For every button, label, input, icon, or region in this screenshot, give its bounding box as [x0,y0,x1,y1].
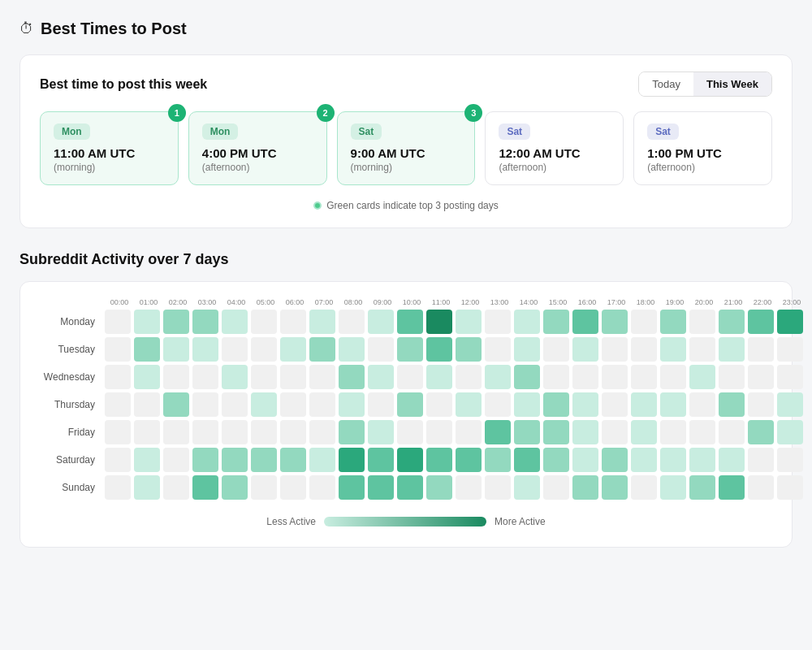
heatmap-row: Friday [40,420,772,444]
hour-label: 10:00 [397,298,426,306]
heatmap-cell [689,337,715,362]
page-header: ⏱ Best Times to Post [19,20,793,38]
heatmap-cell [689,448,715,472]
heatmap-cell [397,337,423,362]
hour-label: 12:00 [456,298,485,306]
this-week-button[interactable]: This Week [693,72,771,96]
heatmap-cell [192,420,218,444]
heatmap-cell [426,420,452,444]
heatmap-cell [572,337,598,362]
heatmap-cell [572,475,598,500]
heatmap-cell [251,420,277,444]
heatmap-cell [572,420,598,444]
heatmap-cell [251,448,277,472]
heatmap-cell [631,475,657,500]
heatmap-cell [748,420,774,444]
heatmap-cell [777,392,803,417]
heatmap-cell [485,448,511,472]
heatmap-cell [280,420,306,444]
heatmap-cell [543,337,569,362]
heatmap-cell [748,448,774,472]
heatmap-cell [719,337,745,362]
heatmap-cell [163,392,189,417]
heatmap-cell [543,365,569,389]
heatmap-cell [192,365,218,389]
heatmap-cell [339,392,365,417]
heatmap-cell [280,337,306,362]
day-tag: Mon [54,124,90,140]
heatmap-cell [134,448,160,472]
heatmap-cell [163,365,189,389]
heatmap-cell [572,310,598,334]
heatmap-cell [251,475,277,500]
heatmap-cell [514,337,540,362]
time-slots-container: 1Mon11:00 AM UTC(morning)2Mon4:00 PM UTC… [40,111,772,185]
hour-label: 08:00 [339,298,368,306]
heatmap-wrap: 00:0001:0002:0003:0004:0005:0006:0007:00… [40,298,772,500]
heatmap-cell [719,365,745,389]
heatmap-cell [105,392,131,417]
heatmap-cell [280,448,306,472]
heatmap-cell [251,392,277,417]
heatmap-cell [631,448,657,472]
hour-label: 23:00 [777,298,806,306]
card-title: Best time to post this week [40,77,207,92]
heatmap-cell [689,365,715,389]
heatmap-row: Saturday [40,448,772,472]
heatmap-cell [339,448,365,472]
heatmap-cell [602,420,628,444]
heatmap-cell [426,448,452,472]
heatmap-cell [456,310,482,334]
heatmap-cell [572,448,598,472]
heatmap-cell [660,337,686,362]
heatmap-cell [397,420,423,444]
hour-label: 11:00 [426,298,456,306]
slot-badge-2: 2 [317,104,335,122]
clock-icon: ⏱ [19,20,34,37]
heatmap-cell [163,310,189,334]
day-label: Friday [40,427,102,438]
legend-dot-icon [313,202,322,210]
heatmap-cell [485,337,511,362]
heatmap-cell [368,392,394,417]
heatmap-cell [777,337,803,362]
heatmap-cell [456,365,482,389]
heatmap-cell [192,337,218,362]
hour-label: 04:00 [222,298,251,306]
heatmap-cell [602,392,628,417]
heatmap-cell [134,310,160,334]
heatmap-cell [368,337,394,362]
heatmap-row: Tuesday [40,337,772,362]
slot-time: 12:00 AM UTC [499,146,610,160]
heatmap-cell [251,365,277,389]
heatmap-cell [719,310,745,334]
heatmap-cell [163,448,189,472]
heatmap-cell [631,420,657,444]
heatmap-cell [339,475,365,500]
heatmap-cell [251,310,277,334]
heatmap-cell [485,420,511,444]
heatmap-cell [660,310,686,334]
heatmap-cell [105,365,131,389]
heatmap-cell [368,420,394,444]
heatmap-cell [426,365,452,389]
today-button[interactable]: Today [639,72,693,96]
slot-badge-3: 3 [464,104,482,122]
heatmap-cell [105,448,131,472]
heatmap-cell [456,392,482,417]
heatmap-cell [660,448,686,472]
heatmap-cell [426,310,452,334]
heatmap-cell [222,475,248,500]
hour-label: 18:00 [631,298,660,306]
heatmap-cell [689,392,715,417]
heatmap-cell [222,365,248,389]
slot-period: (morning) [54,162,165,173]
heatmap-cell [602,310,628,334]
heatmap-cell [719,448,745,472]
slot-time: 1:00 PM UTC [647,146,758,160]
heatmap-cell [309,392,335,417]
heatmap-cell [339,365,365,389]
heatmap-cell [602,337,628,362]
hour-label: 19:00 [660,298,689,306]
heatmap-cell [777,420,803,444]
